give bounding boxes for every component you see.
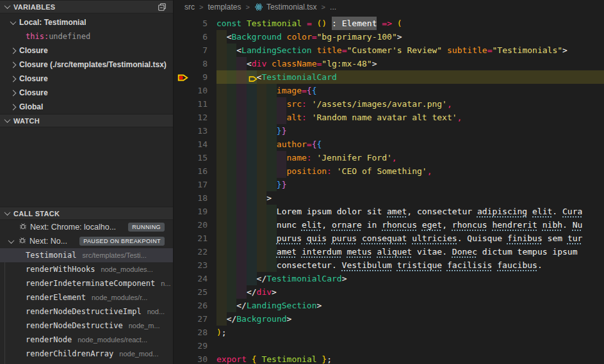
code-token [392, 258, 397, 272]
code-line[interactable]: </Background> [216, 312, 604, 326]
chevron-down-icon[interactable] [8, 237, 15, 244]
callstack-frame-row[interactable]: renderElementnode_modules/r... [0, 290, 173, 305]
chevron-right-icon[interactable] [10, 75, 17, 82]
code-area[interactable]: 5const Testimonial = () : Element => (6<… [174, 14, 604, 364]
code-line[interactable]: </LandingSection> [216, 299, 604, 312]
line-number[interactable]: 13 [174, 124, 208, 138]
code-token [307, 97, 312, 111]
line-number[interactable]: 30 [174, 352, 208, 364]
callstack-session-row[interactable]: Next: No...PAUSED ON BREAKPOINT [0, 234, 173, 248]
chevron-down-icon[interactable] [4, 3, 11, 9]
callstack-frame-row[interactable]: renderNodeDestructiveImplnod... [0, 305, 173, 319]
line-number[interactable]: 25 [174, 285, 208, 299]
line-number[interactable]: 22 [174, 245, 208, 258]
line-number[interactable]: 19 [174, 205, 208, 218]
variable-scope-row[interactable]: Closure [0, 72, 173, 86]
indent-guide [227, 299, 237, 312]
callstack-frame-row[interactable]: renderNodeDestructivenode_m... [0, 319, 173, 333]
watch-section-header[interactable]: WATCH [0, 114, 173, 127]
line-number[interactable]: 11 [174, 97, 208, 111]
breadcrumb-item-src[interactable]: src [184, 3, 195, 12]
line-number[interactable]: 28 [174, 326, 208, 339]
line-number[interactable]: 21 [174, 232, 208, 245]
code-line[interactable]: const Testimonial = () : Element => ( [216, 17, 604, 30]
chevron-down-icon[interactable] [4, 209, 11, 216]
line-number[interactable]: 12 [174, 111, 208, 124]
line-number[interactable]: 26 [174, 299, 208, 312]
line-number[interactable]: 8 [174, 57, 208, 70]
code-line[interactable]: export { Testimonial }; [216, 352, 604, 364]
code-line[interactable]: src: '/assets/images/avatar.png', [216, 97, 604, 111]
line-number[interactable]: 14 [174, 138, 208, 151]
code-token [297, 245, 302, 258]
breadcrumb-item-templates[interactable]: templates [208, 3, 241, 12]
callstack-frame-row[interactable]: renderIndeterminateComponentn... [0, 276, 173, 290]
callstack-frame-row[interactable]: renderWithHooksnode_modules... [0, 262, 173, 276]
callstack-frame-row[interactable]: Testimonialsrc/templates/Testi... [0, 248, 173, 262]
variable-value-row[interactable]: this: undefined [0, 29, 173, 44]
line-number[interactable]: 27 [174, 312, 208, 326]
code-line[interactable]: <Background color="bg-primary-100"> [216, 30, 604, 44]
session-status-badge: PAUSED ON BREAKPOINT [79, 237, 165, 246]
variable-scope-row[interactable]: Local: Testimonial [0, 15, 173, 29]
line-number[interactable]: 20 [174, 218, 208, 232]
code-line[interactable]: }} [216, 178, 604, 191]
line-number[interactable]: 29 [174, 339, 208, 352]
open-panel-icon[interactable] [156, 1, 168, 13]
line-number[interactable]: 17 [174, 178, 208, 191]
code-line[interactable] [216, 339, 604, 352]
code-line[interactable]: position: 'CEO of Something', [216, 164, 604, 178]
variable-scope-row[interactable]: Global [0, 100, 173, 114]
code-line[interactable]: image={{ [216, 84, 604, 97]
line-number[interactable]: 16 [174, 164, 208, 178]
code-token [282, 30, 287, 44]
code-line[interactable]: consectetur. Vestibulum tristique facili… [216, 258, 604, 272]
chevron-right-icon[interactable] [10, 90, 17, 96]
code-line[interactable]: }} [216, 124, 604, 138]
code-line[interactable]: amet interdum metus aliquet vitae. Donec… [216, 245, 604, 258]
line-number[interactable]: 7 [174, 44, 208, 57]
line-number[interactable]: 10 [174, 84, 208, 97]
chevron-right-icon[interactable] [10, 104, 17, 110]
code-line[interactable]: <LandingSection title="Customer's Review… [216, 44, 604, 57]
line-number[interactable]: 18 [174, 191, 208, 205]
line-number[interactable]: 6 [174, 30, 208, 44]
line-number[interactable]: 23 [174, 258, 208, 272]
chevron-down-icon[interactable] [4, 116, 11, 123]
code-line[interactable]: <div className="lg:mx-48"> [216, 57, 604, 70]
line-number[interactable]: 5 [174, 17, 208, 30]
line-number[interactable]: 15 [174, 151, 208, 164]
callstack-frame-row[interactable]: renderNodenode_modules/react... [0, 333, 173, 347]
code-line[interactable]: author={{ [216, 138, 604, 151]
callstack-session-row[interactable]: Next: Chrome: localho...RUNNING [0, 220, 173, 234]
chevron-right-icon[interactable] [10, 61, 17, 68]
indent-guide [227, 138, 237, 151]
callstack-frame-row[interactable]: renderNodeDestructiveImplnod... [0, 361, 173, 364]
breadcrumb-item-symbol[interactable]: ... [330, 3, 336, 12]
frame-path: node_modules/r... [92, 294, 147, 301]
variable-scope-row[interactable]: Closure [0, 86, 173, 100]
code-token: position [286, 164, 327, 178]
variable-scope-label: Closure [19, 88, 48, 97]
code-line[interactable]: name: 'Jennifer Ford', [216, 151, 604, 164]
code-line[interactable]: Lorem ipsum dolor sit amet, consectetur … [216, 205, 604, 218]
breadcrumb-item-file[interactable]: Testimonial.tsx [254, 3, 317, 12]
variable-scope-row[interactable]: Closure [0, 44, 173, 58]
callstack-frame-row[interactable]: renderChildrenArraynode_mod... [0, 347, 173, 361]
code-line[interactable]: alt: 'Random name avatar alt text', [216, 111, 604, 124]
chevron-right-icon[interactable] [10, 47, 17, 54]
code-line[interactable]: purus quis purus consequat ultricies. Qu… [216, 232, 604, 245]
variable-scope-row[interactable]: Closure (./src/templates/Testimonial.tsx… [0, 58, 173, 72]
callstack-section-header[interactable]: CALL STACK [0, 207, 173, 220]
line-number[interactable]: 24 [174, 272, 208, 285]
code-line[interactable]: <TestimonialCard [216, 70, 604, 84]
code-token: > [317, 299, 322, 312]
code-line[interactable]: </TestimonialCard> [216, 272, 604, 285]
code-line[interactable]: > [216, 191, 604, 205]
indent-guide [266, 258, 277, 272]
chevron-down-icon[interactable] [10, 19, 17, 25]
code-line[interactable]: nunc elit, ornare in rhoncus eget, rhonc… [216, 218, 604, 232]
code-line[interactable]: ); [216, 326, 604, 339]
code-line[interactable]: </div> [216, 285, 604, 299]
variables-section-header[interactable]: VARIABLES [0, 0, 173, 13]
